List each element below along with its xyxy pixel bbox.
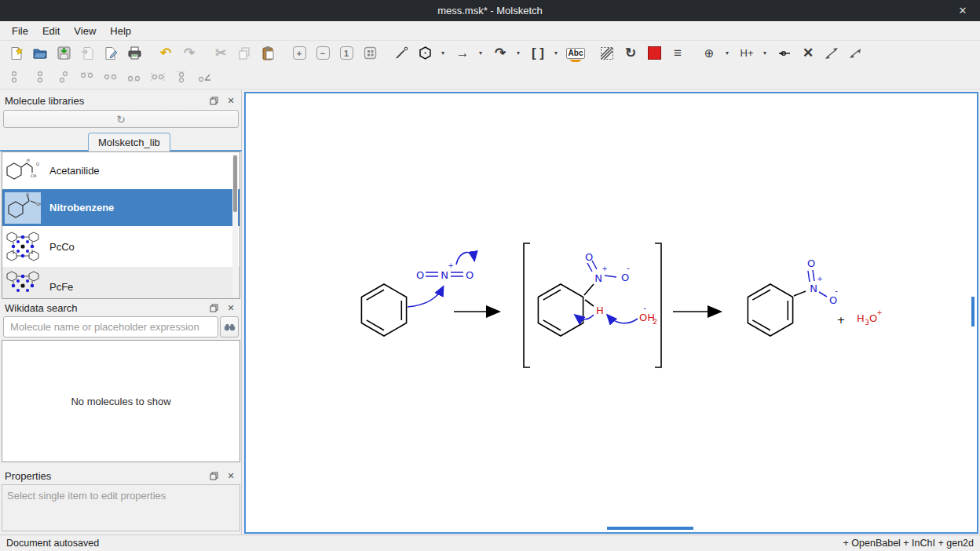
svg-text:O: O (621, 272, 629, 283)
hydrogen-dropdown-icon[interactable]: ▾ (760, 43, 770, 64)
align-top-icon[interactable] (53, 67, 74, 87)
hatch-fill-icon[interactable] (597, 43, 617, 64)
library-scrollbar[interactable] (232, 154, 238, 297)
svg-text:H: H (857, 312, 865, 324)
redo-icon[interactable]: ↷ (179, 43, 199, 64)
align-left-icon[interactable] (77, 67, 97, 87)
plus-sign: + (837, 314, 846, 326)
svg-text:+: + (448, 261, 454, 269)
angle-tool-icon[interactable] (195, 67, 215, 87)
hydrogen-tool-icon[interactable]: H+ (737, 43, 757, 64)
draw-bond-icon[interactable] (391, 43, 411, 64)
libraries-close-icon[interactable]: ✕ (225, 94, 237, 107)
flip-horizontal-icon[interactable] (821, 43, 842, 64)
rotate-icon[interactable]: ↻ (620, 43, 641, 64)
bracket-dropdown-icon[interactable]: ▾ (551, 43, 561, 64)
properties-content: Select single item to edit properties (2, 484, 240, 531)
zoom-in-icon[interactable]: + (289, 43, 309, 64)
open-document-icon[interactable] (30, 43, 50, 64)
delete-tool-icon[interactable]: ✕ (798, 43, 818, 64)
svg-text:+: + (817, 275, 823, 283)
canvas-hscrollbar-thumb[interactable] (607, 527, 693, 530)
molecule-library-list: HOCH Acetanilide OOH Nitrobenzene PcCo P… (2, 151, 240, 299)
molecule-search-input[interactable] (3, 316, 218, 338)
svg-text:O: O (807, 257, 815, 269)
library-item-acetanilide[interactable]: HOCH Acetanilide (2, 152, 240, 189)
binoculars-icon (224, 323, 236, 331)
reaction-arrow-icon[interactable]: → (452, 43, 473, 64)
library-scrollbar-thumb[interactable] (233, 155, 237, 212)
svg-text:N: N (594, 272, 602, 284)
reaction-arrow-dropdown-icon[interactable]: ▾ (476, 43, 485, 64)
import-document-icon[interactable] (77, 43, 97, 64)
electron-arrow-pi-to-oxygen[interactable] (456, 252, 474, 265)
molecule-thumbnail (2, 267, 43, 299)
align-center-icon[interactable] (101, 67, 121, 87)
arenium-intermediate[interactable]: O N + O - H OH 2 - (524, 243, 661, 367)
align-right-icon[interactable] (124, 67, 144, 87)
copy-icon[interactable] (234, 43, 254, 64)
search-button[interactable] (220, 316, 239, 338)
print-icon[interactable] (124, 43, 144, 64)
menu-view[interactable]: View (67, 23, 103, 39)
zoom-original-icon[interactable]: 1 (336, 43, 357, 64)
wikidata-results: No molecules to show (2, 340, 240, 462)
svg-text:H: H (596, 305, 604, 316)
hydronium-ion[interactable]: H 3 O + (857, 308, 883, 327)
mechanism-arrow-icon[interactable]: ↷ (490, 43, 510, 64)
menu-help[interactable]: Help (103, 23, 138, 39)
menu-file[interactable]: File (5, 23, 35, 39)
wikidata-float-icon[interactable] (207, 301, 220, 314)
ring-tool-icon[interactable] (415, 43, 435, 64)
svg-text:-: - (835, 286, 838, 295)
zoom-fit-icon[interactable] (360, 43, 380, 64)
mechanism-arrow-dropdown-icon[interactable]: ▾ (514, 43, 523, 64)
color-swatch[interactable] (644, 43, 664, 64)
cut-icon[interactable]: ✂ (210, 43, 231, 64)
align-vertical-center-icon[interactable] (30, 67, 50, 87)
properties-close-icon[interactable]: ✕ (225, 469, 237, 482)
charge-dropdown-icon[interactable]: ▾ (722, 43, 732, 64)
ring-dropdown-icon[interactable]: ▾ (438, 43, 448, 64)
electron-arrow-water-to-h[interactable] (608, 316, 638, 323)
flip-vertical-icon[interactable] (845, 43, 865, 64)
library-item-pcfe[interactable]: PcFe (2, 267, 240, 299)
menu-edit[interactable]: Edit (35, 23, 67, 39)
svg-text:OH: OH (36, 202, 41, 206)
save-document-icon[interactable] (53, 43, 74, 64)
electron-pair-icon[interactable] (774, 43, 795, 64)
distribute-horizontal-icon[interactable] (148, 67, 168, 87)
empty-results-message: No molecules to show (71, 396, 170, 407)
electron-arrow-ch-to-ring[interactable] (576, 315, 594, 319)
nitrobenzene-product[interactable]: O N + O - (748, 257, 838, 336)
properties-float-icon[interactable] (207, 469, 220, 482)
drawing-canvas[interactable]: O N + O O N + O - H OH 2 - (244, 92, 978, 534)
nitronium-ion[interactable]: O N + O (416, 261, 474, 281)
export-document-icon[interactable] (101, 43, 121, 64)
refresh-libraries-button[interactable]: ↻ (3, 110, 239, 128)
molecule-name: PcCo (49, 241, 75, 253)
library-item-nitrobenzene[interactable]: OOH Nitrobenzene (2, 189, 240, 226)
window-close-icon[interactable]: ✕ (952, 0, 974, 21)
text-tool-icon[interactable]: Abc (565, 43, 586, 64)
undo-icon[interactable]: ↶ (155, 43, 176, 64)
paste-icon[interactable] (258, 43, 278, 64)
charge-tool-icon[interactable]: ⊕ (699, 43, 719, 64)
align-bottom-icon[interactable] (6, 67, 27, 87)
zoom-out-icon[interactable]: − (313, 43, 333, 64)
new-document-icon[interactable] (6, 43, 27, 64)
libraries-float-icon[interactable] (207, 94, 220, 107)
svg-text:O: O (26, 192, 29, 197)
wikidata-close-icon[interactable]: ✕ (225, 301, 237, 314)
canvas-vscrollbar-thumb[interactable] (971, 297, 975, 327)
electron-arrow-benzene-to-nitronium[interactable] (408, 287, 443, 307)
refresh-icon: ↻ (116, 113, 126, 126)
benzene-molecule[interactable] (361, 284, 406, 336)
bracket-tool-icon[interactable]: [ ] (528, 43, 548, 64)
distribute-vertical-icon[interactable] (171, 67, 192, 87)
line-width-icon[interactable]: ≡ (667, 43, 688, 64)
library-item-pcco[interactable]: PcCo (2, 226, 240, 267)
tab-molsketch-lib[interactable]: Molsketch_lib (88, 133, 170, 151)
properties-panel-header: Properties ✕ (0, 468, 242, 483)
properties-hint: Select single item to edit properties (7, 490, 166, 502)
